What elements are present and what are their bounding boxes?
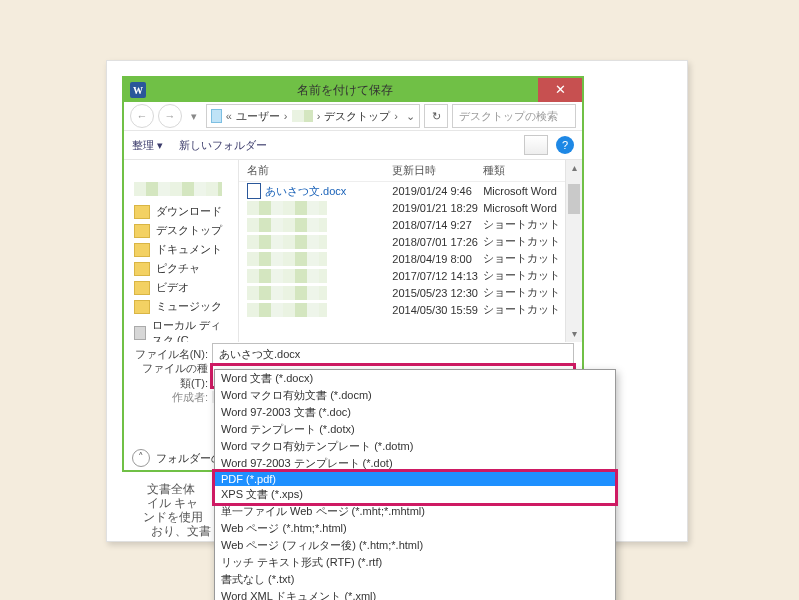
titlebar: W 名前を付けて保存 ✕ — [124, 78, 582, 102]
table-row[interactable]: 2019/01/21 18:29Microsoft Word — [247, 200, 574, 216]
vertical-scrollbar[interactable]: ▴ ▾ — [565, 160, 582, 342]
chevron-icon: « — [226, 110, 232, 122]
sidebar-item[interactable]: ダウンロード — [124, 202, 238, 221]
sidebar-item-label: ダウンロード — [156, 204, 222, 219]
refresh-button[interactable]: ↻ — [424, 104, 448, 128]
file-type: ショートカット — [483, 285, 574, 300]
redacted — [247, 201, 327, 215]
filetype-option[interactable]: Word 文書 (*.docx) — [215, 370, 615, 387]
filetype-option[interactable]: Web ページ (*.htm;*.html) — [215, 520, 615, 537]
redacted — [247, 218, 327, 232]
document-icon — [247, 183, 261, 199]
sidebar-item-label: ミュージック — [156, 299, 222, 314]
sidebar-item[interactable]: ピクチャ — [124, 259, 238, 278]
file-name: あいさつ文.docx — [265, 184, 346, 199]
filetype-option[interactable]: Word マクロ有効テンプレート (*.dotm) — [215, 438, 615, 455]
redacted — [247, 303, 327, 317]
filetype-option[interactable]: PDF (*.pdf) — [215, 472, 615, 486]
redacted — [247, 235, 327, 249]
address-bar[interactable]: « ユーザー › › デスクトップ › ⌄ — [206, 104, 420, 128]
pc-icon — [211, 109, 222, 123]
col-name[interactable]: 名前 — [247, 163, 392, 178]
column-headers: 名前 更新日時 種類 — [239, 160, 582, 182]
nav-row: ← → ▾ « ユーザー › › デスクトップ › ⌄ ↻ デスクトップの検索 — [124, 102, 582, 131]
close-button[interactable]: ✕ — [538, 78, 582, 102]
table-row[interactable]: 2018/07/14 9:27ショートカット — [247, 216, 574, 233]
table-row[interactable]: 2014/05/30 15:59ショートカット — [247, 301, 574, 318]
filetype-option[interactable]: Web ページ (フィルター後) (*.htm;*.html) — [215, 537, 615, 554]
sidebar-item-label: ローカル ディスク (C — [152, 318, 228, 342]
help-button[interactable]: ? — [556, 136, 574, 154]
chevron-icon: › — [317, 110, 321, 122]
author-label: 作成者: — [132, 390, 208, 405]
table-row[interactable]: あいさつ文.docx2019/01/24 9:46Microsoft Word — [247, 182, 574, 200]
chevron-icon: › — [394, 110, 398, 122]
redacted — [247, 252, 327, 266]
word-app-icon: W — [130, 82, 146, 98]
file-date: 2019/01/21 18:29 — [392, 202, 483, 214]
sidebar-item-label: デスクトップ — [156, 223, 222, 238]
sidebar: ダウンロードデスクトップドキュメントピクチャビデオミュージックローカル ディスク… — [124, 160, 239, 342]
search-input[interactable]: デスクトップの検索 — [452, 104, 576, 128]
toolbar: 整理 ▾ 新しいフォルダー ? — [124, 131, 582, 160]
table-row[interactable]: 2015/05/23 12:30ショートカット — [247, 284, 574, 301]
redacted — [247, 286, 327, 300]
file-type: ショートカット — [483, 217, 574, 232]
file-type: ショートカット — [483, 268, 574, 283]
filetype-option[interactable]: XPS 文書 (*.xps) — [215, 486, 615, 503]
file-date: 2015/05/23 12:30 — [392, 287, 483, 299]
file-type: ショートカット — [483, 234, 574, 249]
sidebar-item[interactable]: ミュージック — [124, 297, 238, 316]
file-date: 2018/04/19 8:00 — [392, 253, 483, 265]
breadcrumb-desktop[interactable]: デスクトップ — [324, 109, 390, 124]
folder-icon — [134, 205, 150, 219]
file-type: Microsoft Word — [483, 185, 574, 197]
filetype-option[interactable]: 単一ファイル Web ページ (*.mht;*.mhtml) — [215, 503, 615, 520]
dialog-body: ダウンロードデスクトップドキュメントピクチャビデオミュージックローカル ディスク… — [124, 160, 582, 342]
filetype-option[interactable]: 書式なし (*.txt) — [215, 571, 615, 588]
table-row[interactable]: 2018/07/01 17:26ショートカット — [247, 233, 574, 250]
filetype-dropdown[interactable]: Word 文書 (*.docx)Word マクロ有効文書 (*.docm)Wor… — [214, 369, 616, 600]
view-options-button[interactable] — [524, 135, 548, 155]
folder-icon — [134, 281, 150, 295]
nav-back-button[interactable]: ← — [130, 104, 154, 128]
filetype-label: ファイルの種類(T): — [132, 361, 208, 391]
col-date[interactable]: 更新日時 — [392, 163, 483, 178]
filetype-option[interactable]: リッチ テキスト形式 (RTF) (*.rtf) — [215, 554, 615, 571]
file-date: 2018/07/01 17:26 — [392, 236, 483, 248]
nav-forward-button[interactable]: → — [158, 104, 182, 128]
file-date: 2017/07/12 14:13 — [392, 270, 483, 282]
redacted — [134, 182, 222, 196]
collapse-icon[interactable]: ˄ — [132, 449, 150, 467]
chevron-icon: › — [284, 110, 288, 122]
file-type: ショートカット — [483, 251, 574, 266]
col-type[interactable]: 種類 — [483, 163, 574, 178]
table-row[interactable]: 2018/04/19 8:00ショートカット — [247, 250, 574, 267]
sidebar-item[interactable]: ドキュメント — [124, 240, 238, 259]
redacted — [292, 110, 313, 122]
sidebar-item[interactable]: ローカル ディスク (C — [124, 316, 238, 342]
folder-icon — [134, 243, 150, 257]
file-date: 2019/01/24 9:46 — [392, 185, 483, 197]
chevron-down-icon[interactable]: ⌄ — [406, 110, 415, 123]
sidebar-item[interactable]: デスクトップ — [124, 221, 238, 240]
sidebar-item[interactable]: ビデオ — [124, 278, 238, 297]
table-row[interactable]: 2017/07/12 14:13ショートカット — [247, 267, 574, 284]
filename-input[interactable]: あいさつ文.docx — [212, 343, 574, 365]
filetype-option[interactable]: Word テンプレート (*.dotx) — [215, 421, 615, 438]
photo-frame: 更するこ 定する書 文書全体 イル キャ ンドを使用 おり、文書 W 名前を付け… — [106, 60, 688, 542]
breadcrumb-user[interactable]: ユーザー — [236, 109, 280, 124]
scroll-up-icon[interactable]: ▴ — [566, 160, 582, 176]
organize-menu[interactable]: 整理 ▾ — [132, 138, 163, 153]
file-date: 2018/07/14 9:27 — [392, 219, 483, 231]
scroll-down-icon[interactable]: ▾ — [566, 326, 582, 342]
filetype-option[interactable]: Word 97-2003 文書 (*.doc) — [215, 404, 615, 421]
filetype-option[interactable]: Word XML ドキュメント (*.xml) — [215, 588, 615, 600]
filetype-option[interactable]: Word マクロ有効文書 (*.docm) — [215, 387, 615, 404]
bg-text: おり、文書 — [151, 523, 211, 540]
nav-up-button[interactable]: ▾ — [186, 110, 202, 123]
scroll-thumb[interactable] — [568, 184, 580, 214]
new-folder-button[interactable]: 新しいフォルダー — [179, 138, 267, 153]
filetype-option[interactable]: Word 97-2003 テンプレート (*.dot) — [215, 455, 615, 472]
file-listing: 名前 更新日時 種類 あいさつ文.docx2019/01/24 9:46Micr… — [239, 160, 582, 342]
